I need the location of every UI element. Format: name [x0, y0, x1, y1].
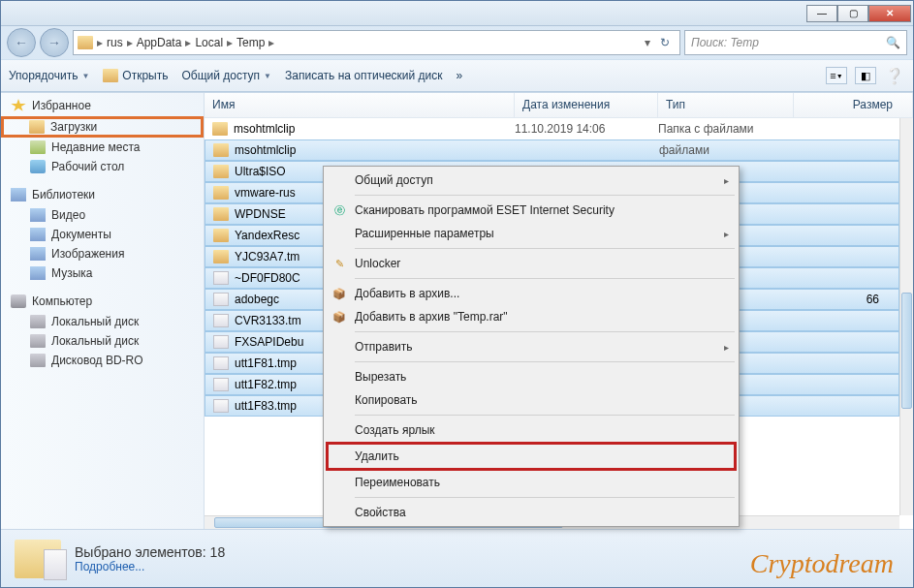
help-button[interactable]: ❔ — [884, 67, 905, 84]
sidebar-localdisk[interactable]: Локальный диск — [1, 312, 204, 331]
ctx-cut[interactable]: Вырезать — [326, 365, 737, 388]
folder-files-icon — [15, 540, 61, 578]
chevron-down-icon: ▼ — [264, 72, 271, 80]
separator — [355, 195, 735, 196]
chevron-right-icon[interactable]: ▸ — [95, 36, 105, 49]
ctx-send-to[interactable]: Отправить▸ — [326, 335, 737, 358]
sidebar-libraries[interactable]: Библиотеки — [1, 184, 204, 205]
chevron-right-icon[interactable]: ▸ — [225, 36, 235, 49]
column-name[interactable]: Имя — [205, 93, 515, 117]
disk-icon — [30, 334, 46, 348]
sidebar-computer[interactable]: Компьютер — [1, 291, 204, 312]
ctx-create-shortcut[interactable]: Создать ярлык — [326, 418, 737, 442]
sidebar-recent[interactable]: Недавние места — [1, 138, 204, 157]
breadcrumb-item[interactable]: AppData — [137, 36, 182, 49]
ctx-properties[interactable]: Свойства — [326, 501, 737, 524]
forward-button[interactable]: → — [40, 28, 69, 57]
ctx-copy[interactable]: Копировать — [326, 388, 737, 412]
back-button[interactable]: ← — [7, 28, 36, 57]
star-icon — [11, 99, 26, 112]
toolbar: Упорядочить ▼ Открыть Общий доступ ▼ Зап… — [1, 59, 913, 92]
titlebar: — ▢ ✕ — [1, 1, 913, 26]
scroll-thumb[interactable] — [901, 293, 912, 409]
sidebar-documents[interactable]: Документы — [1, 225, 204, 244]
computer-icon — [11, 294, 26, 308]
organize-button[interactable]: Упорядочить ▼ — [9, 69, 89, 82]
file-type: Папка с файлами — [658, 122, 794, 136]
preview-pane-button[interactable]: ◧ — [855, 67, 876, 84]
separator — [355, 361, 735, 362]
sidebar-desktop[interactable]: Рабочий стол — [1, 157, 204, 176]
file-row[interactable]: msohtmlclipфайлами — [205, 139, 899, 161]
chevron-right-icon: ▸ — [724, 342, 729, 353]
search-placeholder: Поиск: Temp — [691, 36, 759, 49]
status-more-link[interactable]: Подробнее... — [75, 560, 225, 573]
view-icons-button[interactable]: ≡ ▼ — [826, 67, 847, 84]
breadcrumb-item[interactable]: Temp — [236, 36, 265, 49]
breadcrumb-item[interactable]: Local — [195, 36, 223, 49]
watermark: Cryptodream — [750, 548, 894, 579]
breadcrumb[interactable]: ▸ rus ▸ AppData ▸ Local ▸ Temp ▸ ▾ ↻ — [73, 30, 680, 55]
file-name: adobegc — [235, 293, 279, 306]
sidebar-music[interactable]: Музыка — [1, 263, 204, 283]
breadcrumb-item[interactable]: rus — [107, 36, 123, 49]
column-date[interactable]: Дата изменения — [515, 93, 658, 117]
sidebar-videos[interactable]: Видео — [1, 205, 204, 225]
file-icon — [213, 378, 229, 391]
search-input[interactable]: Поиск: Temp 🔍 — [684, 30, 907, 55]
ctx-unlocker[interactable]: ✎Unlocker — [326, 252, 737, 275]
ctx-rename[interactable]: Переименовать — [326, 471, 737, 494]
chevron-right-icon[interactable]: ▸ — [125, 36, 135, 49]
file-icon — [213, 356, 229, 370]
ctx-add-archive[interactable]: 📦Добавить в архив... — [326, 282, 737, 305]
ctx-advanced[interactable]: Расширенные параметры▸ — [326, 222, 737, 245]
separator — [355, 248, 735, 249]
column-size[interactable]: Размер — [794, 93, 913, 117]
refresh-icon[interactable]: ↻ — [654, 32, 676, 53]
maximize-button[interactable]: ▢ — [837, 5, 868, 22]
chevron-right-icon[interactable]: ▸ — [183, 36, 193, 49]
search-icon[interactable]: 🔍 — [886, 36, 900, 49]
file-row[interactable]: msohtmlclip11.10.2019 14:06Папка с файла… — [205, 118, 899, 139]
chevron-right-icon: ▸ — [724, 229, 729, 239]
sidebar-pictures[interactable]: Изображения — [1, 244, 204, 263]
ctx-add-temp-rar[interactable]: 📦Добавить в архив "Temp.rar" — [326, 305, 737, 328]
library-icon — [11, 188, 26, 201]
share-button[interactable]: Общий доступ ▼ — [181, 69, 271, 82]
ctx-eset-scan[interactable]: ⓔСканировать программой ESET Internet Se… — [326, 199, 737, 222]
status-selected: Выбрано элементов: 18 — [75, 544, 225, 560]
folder-icon — [213, 250, 229, 263]
file-name: vmware-rus — [235, 186, 296, 200]
file-date: 11.10.2019 14:06 — [515, 122, 658, 136]
close-button[interactable]: ✕ — [868, 5, 911, 22]
sidebar-localdisk[interactable]: Локальный диск — [1, 331, 204, 351]
column-type[interactable]: Тип — [658, 93, 794, 117]
open-button[interactable]: Открыть — [103, 69, 168, 82]
file-icon — [213, 399, 229, 413]
file-name: CVR3133.tm — [235, 314, 301, 327]
ctx-delete[interactable]: Удалить — [326, 442, 737, 471]
separator — [355, 331, 735, 332]
folder-icon — [213, 143, 229, 157]
picture-icon — [30, 247, 46, 261]
separator — [355, 278, 735, 279]
chevron-right-icon[interactable]: ▸ — [267, 36, 276, 49]
more-button[interactable]: » — [457, 69, 463, 82]
file-icon — [213, 293, 229, 306]
vertical-scrollbar[interactable] — [899, 118, 913, 515]
burn-button[interactable]: Записать на оптический диск — [285, 69, 443, 82]
folder-icon — [103, 69, 118, 82]
folder-icon — [213, 165, 229, 178]
minimize-button[interactable]: — — [806, 5, 837, 22]
sidebar-downloads[interactable]: Загрузки — [1, 116, 204, 138]
sidebar-favorites[interactable]: Избранное — [1, 95, 204, 116]
ctx-share[interactable]: Общий доступ▸ — [326, 169, 737, 192]
file-name: FXSAPIDebu — [235, 335, 303, 349]
file-name: YandexResc — [235, 229, 299, 242]
sidebar-bdrom[interactable]: Дисковод BD-RO — [1, 351, 204, 370]
file-name: utt1F83.tmp — [235, 399, 297, 413]
document-icon — [30, 228, 46, 241]
dropdown-icon[interactable]: ▾ — [643, 36, 652, 49]
archive-icon: 📦 — [331, 309, 347, 325]
column-headers: Имя Дата изменения Тип Размер — [205, 93, 913, 118]
